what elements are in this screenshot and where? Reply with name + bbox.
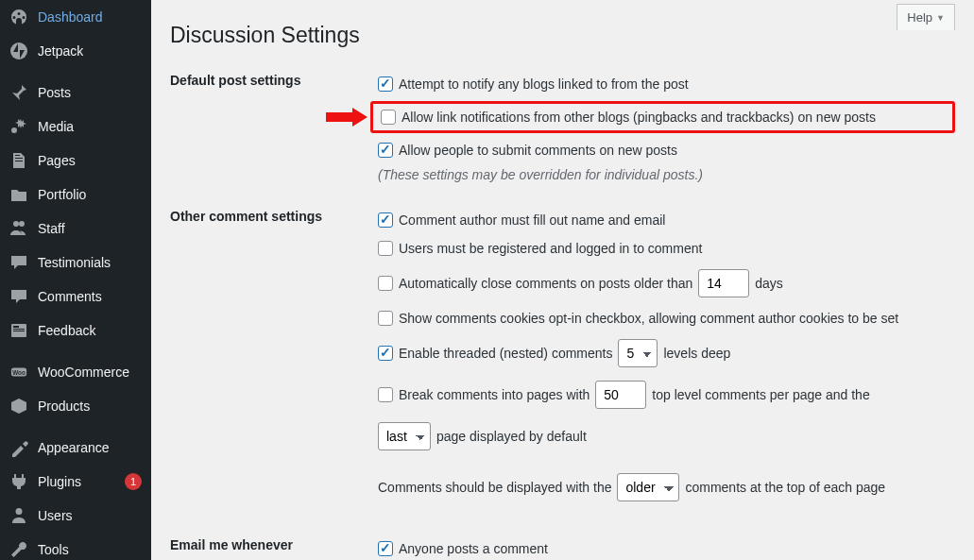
section-other-heading: Other comment settings <box>170 209 378 537</box>
opt-email-anyone: Anyone posts a comment <box>378 537 955 560</box>
opt-threaded: Enable threaded (nested) comments 5 leve… <box>378 335 955 377</box>
feedback-icon <box>9 321 28 340</box>
sidebar-item-label: Staff <box>38 221 142 236</box>
label-display-suffix: comments at the top of each page <box>685 480 885 495</box>
checkbox-cookies[interactable] <box>378 311 393 326</box>
label-cookies: Show comments cookies opt-in checkbox, a… <box>399 311 898 326</box>
opt-display-order: Comments should be displayed with the ol… <box>378 469 955 511</box>
svg-rect-6 <box>13 331 25 331</box>
update-count-badge: 1 <box>125 473 142 490</box>
sidebar-item-label: Pages <box>38 153 142 168</box>
checkbox-threaded[interactable] <box>378 346 393 361</box>
sidebar-item-label: Appearance <box>38 440 142 455</box>
testimonial-icon <box>9 253 28 272</box>
sidebar-item-label: Tools <box>38 542 142 557</box>
help-tab[interactable]: Help ▼ <box>897 4 955 30</box>
checkbox-allow-pingbacks[interactable] <box>381 110 396 125</box>
input-autoclose-days[interactable] <box>698 269 749 297</box>
label-registered: Users must be registered and logged in t… <box>399 241 702 256</box>
plugin-icon <box>9 472 28 491</box>
opt-name-email: Comment author must fill out name and em… <box>378 209 955 237</box>
checkbox-name-email[interactable] <box>378 212 393 228</box>
sidebar-item-comments[interactable]: Comments <box>0 280 151 314</box>
product-icon <box>9 397 28 416</box>
sidebar-item-jetpack[interactable]: Jetpack <box>0 34 151 68</box>
select-threaded-levels[interactable]: 5 <box>618 339 658 367</box>
portfolio-icon <box>9 185 28 204</box>
checkbox-autoclose[interactable] <box>378 276 393 291</box>
checkbox-email-anyone[interactable] <box>378 541 393 556</box>
sidebar-item-woocommerce[interactable]: WooWooCommerce <box>0 348 151 389</box>
select-page-order[interactable]: last <box>378 422 431 450</box>
sidebar-item-label: Feedback <box>38 323 142 338</box>
page-icon <box>9 151 28 170</box>
label-allow-pingbacks: Allow link notifications from other blog… <box>402 110 876 125</box>
svg-rect-5 <box>13 329 25 330</box>
tool-icon <box>9 540 28 559</box>
checkbox-registered[interactable] <box>378 241 393 256</box>
chevron-down-icon: ▼ <box>936 13 945 23</box>
sidebar-item-label: Dashboard <box>38 9 142 25</box>
svg-rect-4 <box>13 326 19 328</box>
user-icon <box>9 506 28 525</box>
select-display-order[interactable]: older <box>617 473 679 501</box>
section-default-heading: Default post settings <box>170 73 378 209</box>
opt-allow-comments: Allow people to submit comments on new p… <box>378 139 955 167</box>
svg-text:Woo: Woo <box>12 369 26 376</box>
sidebar-item-plugins[interactable]: Plugins1 <box>0 465 151 499</box>
sidebar-item-label: WooCommerce <box>38 365 142 380</box>
sidebar-item-label: Products <box>38 399 142 414</box>
label-paginate-suffix: page displayed by default <box>436 429 587 444</box>
sidebar-menu: DashboardJetpackPostsMediaPagesPortfolio… <box>0 0 151 560</box>
label-display-prefix: Comments should be displayed with the <box>378 480 611 495</box>
woo-icon: Woo <box>9 363 28 382</box>
default-settings-note: (These settings may be overridden for in… <box>378 167 955 182</box>
checkbox-notify-linked[interactable] <box>378 76 393 92</box>
appearance-icon <box>9 438 28 457</box>
sidebar-item-media[interactable]: Media <box>0 110 151 144</box>
sidebar-item-label: Portfolio <box>38 187 142 202</box>
sidebar-item-posts[interactable]: Posts <box>0 68 151 110</box>
sidebar-item-label: Comments <box>38 289 142 304</box>
opt-allow-pingbacks: Allow link notifications from other blog… <box>370 101 955 133</box>
pin-icon <box>9 83 28 102</box>
jetpack-icon <box>9 42 28 60</box>
sidebar-item-pages[interactable]: Pages <box>0 144 151 178</box>
section-email-heading: Email me whenever <box>170 537 378 560</box>
opt-cookies: Show comments cookies opt-in checkbox, a… <box>378 307 955 335</box>
label-allow-comments: Allow people to submit comments on new p… <box>399 143 677 158</box>
label-email-anyone: Anyone posts a comment <box>399 541 548 556</box>
sidebar-item-portfolio[interactable]: Portfolio <box>0 178 151 212</box>
sidebar-item-staff[interactable]: Staff <box>0 212 151 246</box>
sidebar-item-products[interactable]: Products <box>0 389 151 423</box>
comment-icon <box>9 287 28 306</box>
checkbox-allow-comments[interactable] <box>378 143 393 158</box>
label-threaded-suffix: levels deep <box>663 346 730 361</box>
label-autoclose-suffix: days <box>755 276 783 291</box>
sidebar-item-testimonials[interactable]: Testimonials <box>0 246 151 280</box>
sidebar-item-dashboard[interactable]: Dashboard <box>0 0 151 34</box>
opt-paginate-2: last page displayed by default <box>378 418 955 460</box>
checkbox-paginate[interactable] <box>378 387 393 402</box>
sidebar-item-appearance[interactable]: Appearance <box>0 423 151 465</box>
sidebar-item-label: Users <box>38 508 142 523</box>
label-autoclose-prefix: Automatically close comments on posts ol… <box>399 276 692 291</box>
sidebar-item-label: Media <box>38 119 142 134</box>
dashboard-icon <box>9 8 28 26</box>
sidebar-item-feedback[interactable]: Feedback <box>0 314 151 348</box>
sidebar-item-tools[interactable]: Tools <box>0 533 151 560</box>
sidebar-item-users[interactable]: Users <box>0 499 151 533</box>
opt-registered: Users must be registered and logged in t… <box>378 237 955 265</box>
help-label: Help <box>907 10 932 25</box>
opt-notify-linked: Attempt to notify any blogs linked to fr… <box>378 73 955 101</box>
opt-autoclose: Automatically close comments on posts ol… <box>378 265 955 307</box>
label-threaded-prefix: Enable threaded (nested) comments <box>399 346 612 361</box>
sidebar-item-label: Jetpack <box>38 43 142 59</box>
input-per-page[interactable] <box>595 381 646 409</box>
svg-point-0 <box>10 42 27 59</box>
opt-paginate: Break comments into pages with top level… <box>378 377 955 418</box>
content-area: Help ▼ Discussion Settings Default post … <box>151 0 974 560</box>
sidebar-item-label: Posts <box>38 85 142 100</box>
sidebar-item-label: Testimonials <box>38 255 142 270</box>
settings-form: Default post settings Attempt to notify … <box>170 73 955 560</box>
